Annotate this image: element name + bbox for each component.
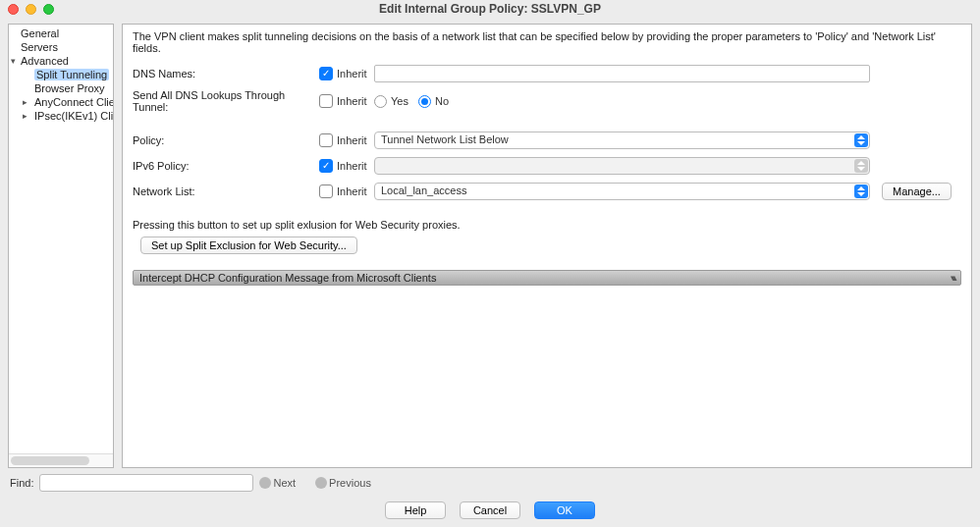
find-label: Find: bbox=[10, 477, 33, 489]
policy-label: Policy: bbox=[133, 134, 319, 146]
network-list-label: Network List: bbox=[133, 185, 319, 197]
help-button[interactable]: Help bbox=[385, 501, 446, 519]
find-previous-button[interactable]: Previous bbox=[315, 477, 371, 489]
find-next-button[interactable]: Next bbox=[259, 477, 296, 489]
close-icon[interactable] bbox=[8, 4, 19, 15]
main-panel: The VPN client makes split tunneling dec… bbox=[122, 24, 972, 468]
dialog-button-bar: Help Cancel OK bbox=[0, 498, 980, 527]
dns-names-label: DNS Names: bbox=[133, 68, 319, 79]
ipv6-policy-inherit-checkbox[interactable]: ✓ bbox=[319, 159, 333, 173]
find-bar: Find: Next Previous bbox=[0, 468, 980, 498]
chevron-right-icon[interactable]: ▸ bbox=[23, 111, 27, 121]
inherit-label: Inherit bbox=[337, 160, 367, 172]
dropdown-arrow-icon bbox=[854, 133, 868, 147]
sidebar-item-general[interactable]: General bbox=[9, 26, 113, 40]
chevron-right-icon[interactable]: ▸ bbox=[23, 97, 27, 107]
sidebar-item-anyconnect[interactable]: ▸ AnyConnect Client bbox=[9, 95, 113, 109]
send-dns-no-radio[interactable]: No bbox=[418, 95, 449, 108]
sidebar-scrollbar[interactable] bbox=[9, 453, 113, 467]
network-list-select[interactable]: Local_lan_access bbox=[374, 183, 870, 200]
ipv6-policy-label: IPv6 Policy: bbox=[133, 160, 319, 172]
dns-names-input[interactable] bbox=[374, 65, 870, 82]
sidebar-item-advanced[interactable]: ▾ Advanced bbox=[9, 54, 113, 68]
send-dns-inherit-checkbox[interactable] bbox=[319, 94, 333, 108]
inherit-label: Inherit bbox=[337, 185, 367, 197]
sidebar-item-split-tunneling[interactable]: Split Tunneling bbox=[9, 68, 113, 81]
dhcp-collapse-section[interactable]: Intercept DHCP Configuration Message fro… bbox=[133, 270, 961, 286]
next-icon bbox=[259, 477, 271, 489]
window-title: Edit Internal Group Policy: SSLVPN_GP bbox=[0, 2, 980, 16]
policy-select[interactable]: Tunnel Network List Below bbox=[374, 132, 870, 149]
nav-tree: General Servers ▾ Advanced Split Tunneli… bbox=[9, 25, 113, 453]
scrollbar-thumb[interactable] bbox=[11, 456, 89, 465]
collapse-icon: ▾▴ bbox=[951, 273, 954, 283]
inherit-label: Inherit bbox=[337, 95, 367, 107]
inherit-label: Inherit bbox=[337, 134, 367, 146]
sidebar-item-servers[interactable]: Servers bbox=[9, 40, 113, 54]
sidebar: General Servers ▾ Advanced Split Tunneli… bbox=[8, 24, 114, 468]
dropdown-arrow-icon bbox=[854, 184, 868, 198]
dns-names-inherit-checkbox[interactable]: ✓ bbox=[319, 67, 333, 80]
split-exclusion-button[interactable]: Set up Split Exclusion for Web Security.… bbox=[140, 237, 357, 254]
sidebar-item-browser-proxy[interactable]: Browser Proxy bbox=[9, 81, 113, 95]
chevron-down-icon[interactable]: ▾ bbox=[11, 56, 16, 66]
manage-button[interactable]: Manage... bbox=[882, 183, 952, 200]
send-dns-label: Send All DNS Lookups Through Tunnel: bbox=[133, 89, 319, 113]
inherit-label: Inherit bbox=[337, 68, 367, 79]
dropdown-arrow-icon bbox=[854, 159, 868, 173]
send-dns-yes-radio[interactable]: Yes bbox=[374, 95, 408, 108]
previous-icon bbox=[315, 477, 327, 489]
cancel-button[interactable]: Cancel bbox=[460, 501, 520, 519]
ok-button[interactable]: OK bbox=[534, 501, 595, 519]
window-titlebar: Edit Internal Group Policy: SSLVPN_GP bbox=[0, 0, 980, 18]
ipv6-policy-select bbox=[374, 157, 870, 175]
minimize-icon[interactable] bbox=[26, 4, 36, 15]
maximize-icon[interactable] bbox=[43, 4, 54, 15]
policy-inherit-checkbox[interactable] bbox=[319, 133, 333, 147]
sidebar-item-ipsec[interactable]: ▸ IPsec(IKEv1) Client bbox=[9, 109, 113, 123]
split-exclusion-help: Pressing this button to set up split exl… bbox=[133, 219, 961, 231]
find-input[interactable] bbox=[39, 474, 253, 492]
description-text: The VPN client makes split tunneling dec… bbox=[133, 30, 961, 54]
network-list-inherit-checkbox[interactable] bbox=[319, 184, 333, 198]
